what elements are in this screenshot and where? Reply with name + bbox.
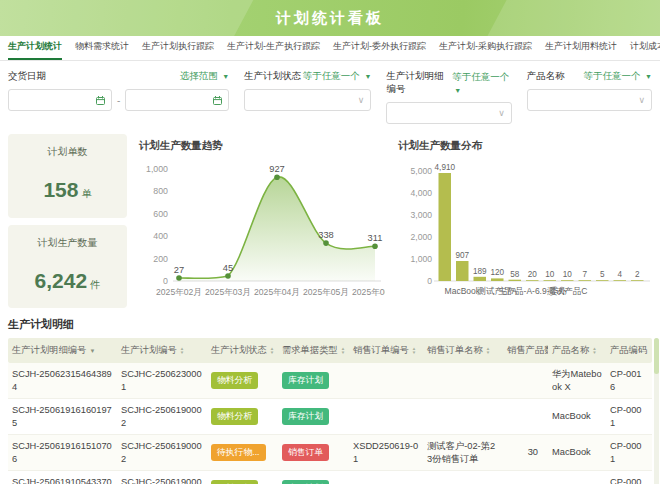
table-row[interactable]: SCJH-250623154643894SCJHC-2506230001物料分析… <box>8 363 652 399</box>
filter-group-4: 产品名称等于任意一个 ▼∨ <box>527 70 652 124</box>
filter-select[interactable]: ∨ <box>527 89 652 111</box>
caret-down-icon: ▼ <box>645 73 652 80</box>
stat-card-1: 计划单数158单 <box>8 134 127 218</box>
sort-updown-icon[interactable]: ▲▼ <box>412 347 416 355</box>
caret-down-icon: ▼ <box>222 73 229 80</box>
filter-group-2: 生产计划状态等于任意一个 ▼∨ <box>244 70 371 124</box>
filter-group-3: 生产计划明细编号等于任意一个 ▼∨ <box>386 70 511 124</box>
svg-text:0: 0 <box>163 276 168 286</box>
column-header-2[interactable]: 生产计划编号▲▼ <box>117 338 207 363</box>
filter-operator-button[interactable]: 等于任意一个 ▼ <box>303 70 372 83</box>
filter-label: 生产计划明细编号 <box>386 70 452 96</box>
sort-updown-icon[interactable]: ▲▼ <box>486 347 490 355</box>
column-header-3[interactable]: 生产计划状态▲▼ <box>207 338 278 363</box>
sort-updown-icon[interactable]: ▲▼ <box>270 347 274 355</box>
tab-3[interactable]: 生产计划执行跟踪 <box>142 40 214 60</box>
demand-type-badge-cell: 库存计划 <box>278 367 349 394</box>
sort-updown-icon[interactable]: ▲▼ <box>180 347 184 355</box>
date-end-input[interactable] <box>125 89 229 111</box>
column-header-4[interactable]: 需求单据类型▲▼ <box>278 338 349 363</box>
filter-operator-button[interactable]: 等于任意一个 ▼ <box>583 70 652 83</box>
filter-bar: 交货日期选择范围 ▼-生产计划状态等于任意一个 ▼∨生产计划明细编号等于任意一个… <box>0 61 660 131</box>
svg-text:0: 0 <box>427 276 432 286</box>
cell-product-name: MacBook <box>548 478 606 484</box>
date-start-input[interactable] <box>8 89 112 111</box>
filter-label: 产品名称 <box>527 70 565 83</box>
svg-text:200: 200 <box>153 254 168 264</box>
calendar-icon <box>212 95 223 106</box>
table-row[interactable]: SCJH-250619105433703SCJHC-2506190001物料分析… <box>8 471 652 484</box>
svg-text:400: 400 <box>153 231 168 241</box>
svg-text:5,000: 5,000 <box>410 166 432 176</box>
svg-text:2,000: 2,000 <box>410 232 432 242</box>
table-body: SCJH-250623154643894SCJHC-2506230001物料分析… <box>8 363 652 484</box>
tab-5[interactable]: 生产计划-委外执行跟踪 <box>333 40 426 60</box>
column-label: 产品名称 <box>552 344 589 357</box>
caret-down-icon[interactable]: ▼ <box>89 348 95 354</box>
cell-plan-no: SCJHC-2506190002 <box>117 399 207 434</box>
svg-text:5: 5 <box>600 270 605 279</box>
demand-type-badge: 库存计划 <box>282 408 329 425</box>
cell-product-name: MacBook <box>548 405 606 428</box>
demand-type-badge: 库存计划 <box>282 480 329 484</box>
svg-text:927: 927 <box>269 164 285 174</box>
demand-type-badge: 库存计划 <box>282 372 329 389</box>
dashboard-root: 计划统计看板 生产计划统计物料需求统计生产计划执行跟踪生产计划-生产执行跟踪生产… <box>0 0 660 484</box>
column-header-7[interactable]: 销售产品数量▲▼ <box>503 338 548 363</box>
table-row[interactable]: SCJH-250619161601975SCJHC-2506190002物料分析… <box>8 399 652 435</box>
table-scrollbar[interactable] <box>654 338 659 484</box>
tab-6[interactable]: 生产计划-采购执行跟踪 <box>439 40 532 60</box>
svg-text:27: 27 <box>174 265 184 275</box>
cell-product-code: CP-0001 <box>606 435 650 470</box>
svg-text:3,000: 3,000 <box>410 210 432 220</box>
svg-text:10: 10 <box>563 270 573 279</box>
tab-4[interactable]: 生产计划-生产执行跟踪 <box>227 40 320 60</box>
bar-chart-card: 计划生产数量分布 01,0002,0003,0004,0005,0004,910… <box>394 134 652 308</box>
status-badge-cell: 待执行物... <box>207 439 278 466</box>
column-header-9[interactable]: 产品编码 <box>606 338 650 363</box>
svg-text:311: 311 <box>367 233 382 243</box>
cell-sales-order-name <box>423 376 503 386</box>
column-label: 需求单据类型 <box>282 344 338 357</box>
filter-operator-button[interactable]: 选择范围 ▼ <box>180 70 230 83</box>
filter-operator-button[interactable]: 等于任意一个 ▼ <box>452 71 511 95</box>
filter-group-1: 交货日期选择范围 ▼- <box>8 70 229 124</box>
column-header-1[interactable]: 生产计划明细编号▼ <box>8 338 117 363</box>
table-row[interactable]: SCJH-250619161510706SCJHC-2506190002待执行物… <box>8 435 652 471</box>
status-badge-cell: 物料分析 <box>207 367 278 394</box>
cell-sales-order-no <box>349 412 423 422</box>
tab-2[interactable]: 物料需求统计 <box>75 40 129 60</box>
cell-sales-qty <box>503 412 548 422</box>
table-title: 生产计划明细 <box>8 317 652 332</box>
tab-1[interactable]: 生产计划统计 <box>8 40 62 60</box>
cell-sales-qty <box>503 376 548 386</box>
svg-text:2025年06月: 2025年06月 <box>352 287 385 297</box>
tab-8[interactable]: 计划成本核算 <box>630 40 660 60</box>
filter-select[interactable]: ∨ <box>386 102 511 124</box>
stat-title: 计划生产数量 <box>37 236 97 250</box>
svg-text:45: 45 <box>223 263 233 273</box>
svg-text:20: 20 <box>528 270 538 279</box>
sort-updown-icon[interactable]: ▲▼ <box>341 347 345 355</box>
column-label: 生产计划编号 <box>121 344 177 357</box>
status-badge-cell: 物料分析 <box>207 475 278 484</box>
svg-text:338: 338 <box>318 230 334 240</box>
svg-text:测试产品C: 测试产品C <box>546 286 587 296</box>
bar-chart: 01,0002,0003,0004,0005,0004,910907189120… <box>394 153 652 309</box>
scrollbar-thumb[interactable] <box>654 338 659 374</box>
chevron-down-icon: ∨ <box>498 108 505 118</box>
stat-title: 计划单数 <box>47 145 87 159</box>
cell-product-code: CP-0001 <box>606 399 650 434</box>
column-header-5[interactable]: 销售订单编号▲▼ <box>349 338 423 363</box>
status-badge-cell: 物料分析 <box>207 403 278 430</box>
sort-updown-icon[interactable]: ▲▼ <box>592 347 596 355</box>
cell-plan-no: SCJHC-2506230001 <box>117 363 207 398</box>
svg-text:10: 10 <box>545 270 555 279</box>
column-header-6[interactable]: 销售订单名称▲▼ <box>423 338 503 363</box>
line-chart: 02004006008001,00027459273383112025年02月2… <box>135 153 386 309</box>
bar-chart-title: 计划生产数量分布 <box>394 134 652 153</box>
tab-7[interactable]: 生产计划用料统计 <box>545 40 617 60</box>
page-title: 计划统计看板 <box>0 0 660 36</box>
filter-select[interactable]: ∨ <box>244 89 371 111</box>
column-header-8[interactable]: 产品名称▲▼ <box>548 338 606 363</box>
